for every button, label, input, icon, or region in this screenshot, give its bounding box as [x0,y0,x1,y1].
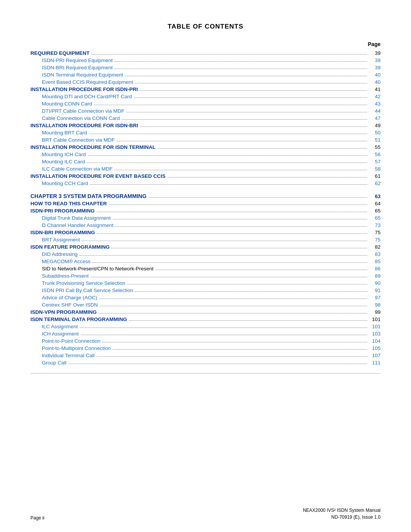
footer-manual: NEAX2000 IVS² ISDN System Manual [303,507,381,514]
toc-label: Point-to-Multipoint Connection [30,345,111,351]
toc-dots [113,219,367,219]
toc-row[interactable]: HOW TO READ THIS CHAPTER64 [30,200,381,207]
toc-row[interactable]: Mounting ICH Card56 [30,151,381,158]
toc-dots [81,335,367,335]
toc-row[interactable]: ILC Cable Connection via MDF58 [30,165,381,173]
toc-row[interactable]: DTI/PRT Cable Connection via MDF44 [30,107,381,115]
footer-divider [30,373,381,374]
toc-label: Mounting ILC Card [30,159,85,165]
toc-row[interactable]: D Channel Handler Assignment73 [30,222,381,229]
toc-page: 39 [369,50,381,56]
toc-page: 98 [369,302,381,308]
toc-row[interactable]: BRT Cable Connection via MDF51 [30,136,381,144]
toc-dots [158,148,367,149]
toc-row[interactable]: CHAPTER 3 SYSTEM DATA PROGRAMMING63 [30,192,381,200]
toc-dots [167,177,367,177]
toc-row[interactable]: Digital Trunk Data Assignment65 [30,214,381,222]
toc-label: HOW TO READ THIS CHAPTER [30,201,107,206]
toc-row[interactable]: ILC Assignment101 [30,323,381,330]
toc-label: ILC Cable Connection via MDF [30,166,113,172]
toc-row[interactable]: Individual Terminal Call107 [30,352,381,359]
toc-row[interactable]: ISDN Terminal Required Equipment40 [30,71,381,78]
toc-row[interactable]: INSTALLATION PROCEDURE FOR EVENT BASED C… [30,173,381,180]
toc-row[interactable]: Subaddress-Present89 [30,272,381,280]
toc-label: BRT Cable Connection via MDF [30,137,115,143]
toc-row[interactable]: DID Addressing83 [30,251,381,258]
toc-label: Mounting CONN Card [30,101,92,107]
toc-row[interactable]: Advice of Charge (AOC)97 [30,294,381,301]
toc-row[interactable]: INSTALLATION PROCEDURE FOR ISDN-BRI49 [30,122,381,129]
toc-page: 50 [369,130,381,136]
toc-page: 82 [369,244,381,250]
toc-row[interactable]: ISDN-VPN PROGRAMMING99 [30,308,381,316]
toc-row[interactable]: Mounting CONN Card43 [30,100,381,107]
toc-page: 62 [369,181,381,186]
toc-label: MEGACOM® Access [30,259,91,264]
toc-row[interactable]: ISDN-BRI Required Equipment39 [30,64,381,71]
toc-row[interactable]: MEGACOM® Access85 [30,258,381,265]
toc-dots [115,226,367,227]
toc-dots [94,105,367,105]
toc-dots [88,155,367,156]
toc-dots [122,119,367,120]
toc-dots [135,83,367,83]
toc-dots [125,76,367,76]
toc-row[interactable]: INSTALLATION PROCEDURE FOR ISDN TERMINAL… [30,144,381,151]
toc-row[interactable]: Group Call111 [30,359,381,366]
toc-label: ISDN-BRI PROGRAMMING [30,230,95,235]
page-header: Page [30,41,381,47]
toc-row[interactable]: ISDN PRI Call By Call Service Selection9… [30,287,381,294]
toc-entries: REQUIRED EQUIPMENT39ISDN-PRI Required Eq… [30,50,381,366]
toc-dots [134,97,367,98]
toc-row[interactable]: BRT Assignment75 [30,236,381,243]
toc-row[interactable]: ISDN-PRI Required Equipment39 [30,57,381,64]
toc-dots [99,299,367,299]
toc-row[interactable]: ISDN-BRI PROGRAMMING75 [30,229,381,236]
toc-row[interactable]: Point-to-Point Connection104 [30,337,381,345]
toc-label: Subaddress-Present [30,273,89,279]
toc-label: INSTALLATION PROCEDURE FOR ISDN-PRI [30,86,138,92]
toc-row[interactable]: Centrex SHF Over ISDN98 [30,301,381,308]
toc-page: 47 [369,115,381,121]
toc-label: DTI/PRT Cable Connection via MDF [30,108,124,114]
toc-page: 86 [369,266,381,272]
toc-row[interactable]: SID to Network-Present/CPN to Network-Pr… [30,265,381,272]
toc-row[interactable]: ICH Assignment103 [30,330,381,337]
toc-page: 75 [369,237,381,243]
toc-row[interactable]: Mounting ILC Card57 [30,158,381,165]
toc-page: 104 [369,338,381,344]
toc-label: D Channel Handler Assignment [30,222,113,228]
footer: Page ii NEAX2000 IVS² ISDN System Manual… [30,507,381,521]
toc-row[interactable]: Mounting DTI and DCH Card/PRT Card42 [30,93,381,100]
toc-page: 40 [369,79,381,85]
toc-row[interactable]: Event Based CCIS Required Equipment40 [30,78,381,86]
toc-row[interactable]: INSTALLATION PROCEDURE FOR ISDN-PRI41 [30,86,381,93]
toc-page: 97 [369,295,381,300]
toc-dots [113,349,367,350]
toc-row[interactable]: REQUIRED EQUIPMENT39 [30,50,381,57]
toc-dots [135,291,367,292]
toc-dots [155,270,367,270]
toc-label: BRT Assignment [30,237,80,243]
toc-row[interactable]: Cable Connection via CONN Card47 [30,115,381,122]
toc-page: 51 [369,137,381,143]
toc-label: ISDN FEATURE PROGRAMMING [30,244,110,250]
toc-dots [99,313,367,313]
toc-page: 58 [369,166,381,172]
toc-label: Digital Trunk Data Assignment [30,215,111,221]
toc-row[interactable]: Point-to-Multipoint Connection105 [30,345,381,352]
toc-page: 101 [369,324,381,329]
toc-row[interactable]: ISDN FEATURE PROGRAMMING82 [30,243,381,251]
toc-row[interactable]: Mounting CCH Card62 [30,180,381,187]
toc-row[interactable]: ISDN TERMINAL DATA PROGRAMMING101 [30,316,381,323]
toc-row[interactable]: Mounting BRT Card50 [30,129,381,136]
toc-dots [109,204,367,205]
toc-page: 61 [369,173,381,179]
toc-page: 39 [369,58,381,63]
toc-dots [91,54,367,54]
toc-row[interactable]: ISDN-PRI PROGRAMMING65 [30,207,381,214]
toc-dots [115,61,367,62]
toc-row[interactable]: Trunk Provisioning Service Selection90 [30,280,381,287]
toc-page: 64 [369,201,381,206]
toc-label: Point-to-Point Connection [30,338,100,344]
